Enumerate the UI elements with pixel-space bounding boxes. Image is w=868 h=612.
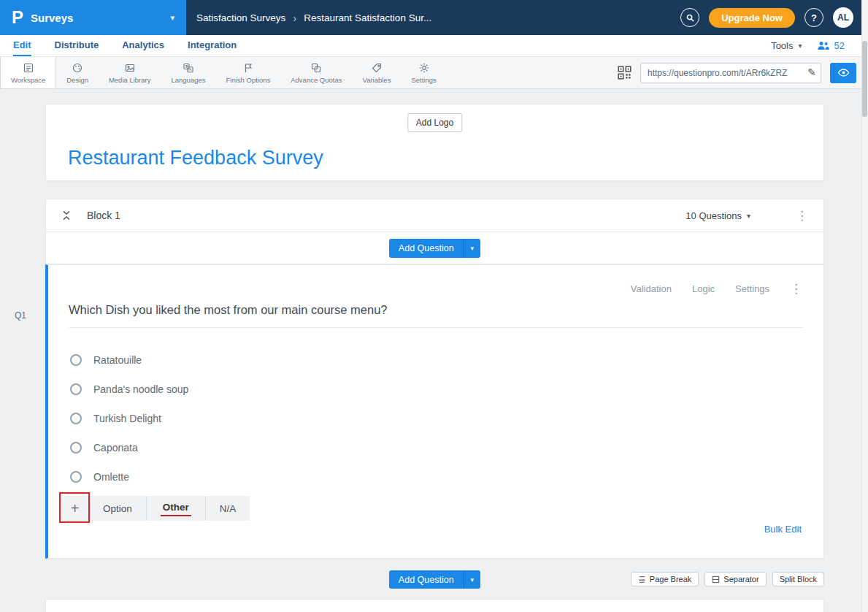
collaborator-count: 52 xyxy=(834,40,845,51)
toggle-other-button[interactable]: Other xyxy=(147,496,206,521)
add-question-strip-top: Add Question ▾ xyxy=(45,232,824,264)
answer-option-label[interactable]: Panda's noodle soup xyxy=(93,383,188,395)
survey-header-card: Add Logo Restaurant Feedback Survey xyxy=(45,104,824,181)
question-title[interactable]: Which Dish you liked the most from our m… xyxy=(69,303,803,328)
page-break-button[interactable]: Page Break xyxy=(631,572,699,586)
tab-integration[interactable]: Integration xyxy=(188,35,237,56)
collapse-block-icon[interactable] xyxy=(61,210,72,221)
radio-button[interactable] xyxy=(70,354,82,366)
separator-button[interactable]: Separator xyxy=(704,572,766,586)
survey-canvas: Add Logo Restaurant Feedback Survey Bloc… xyxy=(45,89,824,612)
survey-title[interactable]: Restaurant Feedback Survey xyxy=(68,147,323,169)
tab-edit[interactable]: Edit xyxy=(13,35,31,56)
image-icon xyxy=(124,62,136,74)
survey-url-field: ✎ xyxy=(640,63,821,83)
toolbar-item-variables[interactable]: Variables xyxy=(353,57,402,88)
add-question-button[interactable]: Add Question xyxy=(389,239,464,258)
questionpro-logo: P xyxy=(12,7,23,28)
block-header: Block 1 10 Questions ▾ ⋮ xyxy=(45,199,824,232)
next-block-partial xyxy=(45,599,824,612)
edit-url-pencil-icon[interactable]: ✎ xyxy=(807,66,816,78)
tools-menu[interactable]: Tools ▾ xyxy=(771,40,802,51)
radio-button[interactable] xyxy=(70,471,82,483)
logic-link[interactable]: Logic xyxy=(692,283,715,294)
gear-icon xyxy=(418,62,430,74)
tag-icon xyxy=(371,62,383,74)
validation-link[interactable]: Validation xyxy=(631,283,672,294)
bottom-action-row: Add Question ▾ Page Break xyxy=(45,570,824,589)
tab-distribute[interactable]: Distribute xyxy=(55,35,99,56)
split-block-button[interactable]: Split Block xyxy=(772,572,824,586)
add-question-caret-button[interactable]: ▾ xyxy=(464,570,481,589)
toolbar-item-design[interactable]: Design xyxy=(56,57,99,88)
radio-button[interactable] xyxy=(70,383,82,395)
upgrade-now-button[interactable]: Upgrade Now xyxy=(709,8,795,28)
breadcrumb-folder[interactable]: Satisfaction Surveys xyxy=(196,12,285,23)
product-switcher[interactable]: P Surveys ▾ xyxy=(0,0,186,35)
scrollbar-thumb[interactable] xyxy=(862,41,867,117)
separator-icon xyxy=(712,575,720,584)
search-button[interactable] xyxy=(680,8,699,27)
help-button[interactable]: ? xyxy=(804,8,823,27)
answer-option-label[interactable]: Caponata xyxy=(93,442,138,454)
answer-option-label[interactable]: Omlette xyxy=(93,471,129,483)
add-logo-button[interactable]: Add Logo xyxy=(407,113,462,132)
product-name: Surveys xyxy=(31,12,73,24)
caret-down-icon: ▾ xyxy=(170,13,174,23)
radio-button[interactable] xyxy=(70,413,82,424)
block-kebab-menu-icon[interactable]: ⋮ xyxy=(796,208,809,223)
add-option-button[interactable]: Option xyxy=(89,496,147,521)
radio-button[interactable] xyxy=(70,442,82,454)
block-name[interactable]: Block 1 xyxy=(87,210,120,221)
question-count-dropdown[interactable]: 10 Questions ▾ xyxy=(685,210,750,221)
add-question-caret-button[interactable]: ▾ xyxy=(464,239,481,258)
toolbar-item-label: Workspace xyxy=(11,76,45,84)
settings-link[interactable]: Settings xyxy=(735,283,769,294)
toolbar-item-label: Languages xyxy=(171,76,205,84)
toolbar-item-label: Advance Quotas xyxy=(291,76,342,84)
answer-option-row: Omlette xyxy=(70,462,188,491)
tab-analytics[interactable]: Analytics xyxy=(122,35,164,56)
question-kebab-menu-icon[interactable]: ⋮ xyxy=(790,281,803,297)
editor-toolbar: Workspace Design Media Library A xyxy=(0,57,868,89)
preview-button[interactable] xyxy=(830,63,856,83)
flag-icon xyxy=(242,62,254,74)
caret-down-icon: ▾ xyxy=(471,576,475,584)
block-tools: Page Break Separator Split Block xyxy=(631,572,824,586)
answer-option-row: Caponata xyxy=(70,433,188,462)
palette-icon xyxy=(72,62,83,74)
top-header: P Surveys ▾ Satisfaction Surveys › Resta… xyxy=(0,0,868,35)
toolbar-item-label: Design xyxy=(66,76,88,84)
toolbar-item-languages[interactable]: A Languages xyxy=(161,57,215,88)
nav-tabs: Edit Distribute Analytics Integration xyxy=(0,35,237,56)
toggle-na-button[interactable]: N/A xyxy=(206,496,250,521)
breadcrumb-survey[interactable]: Restaurant Satisfaction Sur... xyxy=(304,12,431,23)
toolbar-item-workspace[interactable]: Workspace xyxy=(0,57,56,88)
avatar[interactable]: AL xyxy=(833,7,853,28)
qr-code-icon[interactable] xyxy=(618,66,631,80)
page-break-icon xyxy=(638,575,646,584)
question-actions: Validation Logic Settings ⋮ xyxy=(631,281,803,297)
answer-option-label[interactable]: Ratatouille xyxy=(93,354,142,366)
quota-tags-icon xyxy=(310,62,322,74)
add-question-button[interactable]: Add Question xyxy=(389,570,464,589)
toolbar-item-label: Settings xyxy=(411,76,436,84)
toolbar-item-media-library[interactable]: Media Library xyxy=(99,57,161,88)
search-icon xyxy=(685,13,695,23)
answer-option-row: Turkish Delight xyxy=(70,404,188,433)
scrollbar-track[interactable] xyxy=(861,0,868,612)
collaborators[interactable]: 52 xyxy=(817,40,845,51)
bulk-edit-link[interactable]: Bulk Edit xyxy=(764,524,802,535)
caret-down-icon: ▾ xyxy=(747,212,750,220)
toolbar-item-settings[interactable]: Settings xyxy=(401,57,446,88)
plus-icon: + xyxy=(71,500,80,517)
survey-url-input[interactable] xyxy=(640,63,821,83)
toolbar-item-label: Variables xyxy=(363,76,391,84)
toolbar-item-finish-options[interactable]: Finish Options xyxy=(216,57,281,88)
add-option-plus-button[interactable]: + xyxy=(61,496,89,521)
nav-right: Tools ▾ 52 xyxy=(771,35,868,56)
answer-option-label[interactable]: Turkish Delight xyxy=(93,413,161,424)
toolbar-item-advance-quotas[interactable]: Advance Quotas xyxy=(280,57,352,88)
add-option-bar: + Option Other N/A xyxy=(61,496,250,521)
main-nav: Edit Distribute Analytics Integration To… xyxy=(0,35,868,57)
